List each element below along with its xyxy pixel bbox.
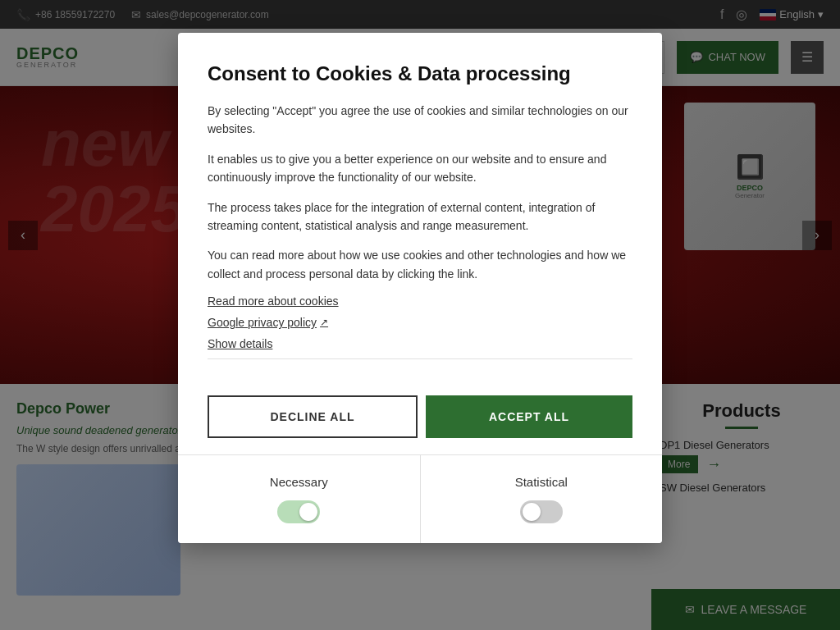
statistical-toggle-thumb xyxy=(523,503,541,521)
cookie-modal: Consent to Cookies & Data processing By … xyxy=(178,33,662,543)
modal-title: Consent to Cookies & Data processing xyxy=(208,62,632,85)
modal-para-4: You can read more about how we use cooki… xyxy=(208,246,632,283)
necessary-section: Necessary xyxy=(178,455,421,543)
toggles-area: Necessary Statistical xyxy=(178,454,662,543)
show-details-link[interactable]: Show details xyxy=(208,337,632,350)
modal-para-1: By selecting "Accept" you agree the use … xyxy=(208,102,632,139)
google-privacy-link[interactable]: Google privacy policy ↗ xyxy=(208,316,632,329)
modal-para-3: The process takes place for the integrat… xyxy=(208,199,632,235)
read-cookies-link[interactable]: Read more about cookies xyxy=(208,294,632,308)
modal-buttons: DECLINE ALL ACCEPT ALL xyxy=(178,379,662,454)
necessary-toggle[interactable] xyxy=(277,500,320,523)
page-content: 📞 +86 18559172270 ✉ sales@depcogenerator… xyxy=(0,0,840,630)
modal-overlay: Consent to Cookies & Data processing By … xyxy=(0,0,840,630)
modal-body: Consent to Cookies & Data processing By … xyxy=(178,33,662,379)
page-wrapper: 📞 +86 18559172270 ✉ sales@depcogenerator… xyxy=(0,0,840,630)
necessary-toggle-thumb xyxy=(299,503,317,521)
statistical-section: Statistical xyxy=(421,455,663,543)
modal-para-2: It enables us to give you a better exper… xyxy=(208,150,632,187)
google-privacy-label: Google privacy policy xyxy=(208,316,317,329)
decline-all-button[interactable]: DECLINE ALL xyxy=(208,395,418,438)
statistical-label: Statistical xyxy=(515,475,568,489)
modal-divider xyxy=(208,358,632,359)
accept-all-button[interactable]: ACCEPT ALL xyxy=(426,395,632,438)
necessary-label: Necessary xyxy=(270,475,328,489)
external-link-icon: ↗ xyxy=(320,317,328,328)
statistical-toggle[interactable] xyxy=(520,500,563,523)
